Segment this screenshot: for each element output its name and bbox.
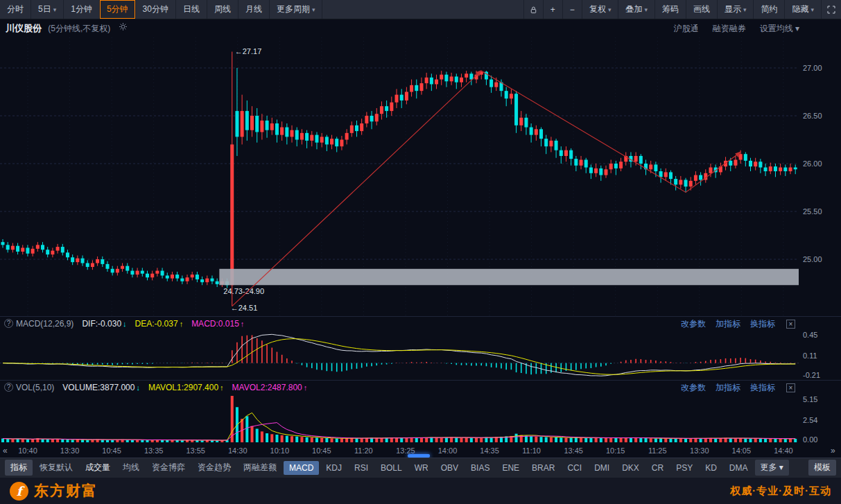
indicator-tab-dmi[interactable]: DMI [589,461,615,475]
indicator-tab-fund-game[interactable]: 资金博弈 [146,460,191,476]
change-indicator-link[interactable]: 换指标 [750,318,775,330]
indicator-tab-obv[interactable]: OBV [435,461,464,475]
arrow-up-icon: ↑ [304,383,308,392]
toolbar-button-overlay[interactable]: 叠加▾ [618,0,654,19]
vol-reading: MAVOL1:2907.400 [148,383,218,392]
scroll-right-arrow[interactable]: » [831,446,835,455]
help-icon[interactable]: ? [4,383,13,392]
period-tab-daily[interactable]: 日线 [176,0,207,19]
close-icon[interactable]: × [786,383,795,392]
time-label: 11:10 [522,446,541,455]
indicator-tab-margin-diff[interactable]: 两融差额 [238,460,282,476]
time-label: 13:55 [186,446,205,455]
toolbar-button-label: + [550,5,555,15]
macd-reading: DIF:-0.030 [82,319,121,329]
macd-reading: MACD:0.015 [191,319,239,329]
toolbar-button-zoom-out[interactable]: − [562,0,582,19]
toolbar-button-label: 显示 [725,3,741,15]
indicator-tab-dkx[interactable]: DKX [616,461,645,475]
period-tab-label: 分时 [7,3,24,15]
svg-text:0.11: 0.11 [803,351,817,360]
indicator-tab-restore-default[interactable]: 恢复默认 [34,460,78,476]
period-tab-one-min[interactable]: 1分钟 [64,0,100,19]
modify-params-link[interactable]: 改参数 [681,382,706,394]
macd-chart[interactable]: 0.450.11-0.21 [0,329,841,381]
vol-header-actions: 改参数加指标换指标× [681,382,795,394]
svg-text:-0.21: -0.21 [803,371,820,379]
svg-text:25.50: 25.50 [803,207,822,216]
svg-text:27.00: 27.00 [803,64,822,72]
indicator-tab-kdj[interactable]: KDJ [320,461,347,475]
time-label: 14:05 [732,446,752,455]
time-label: 11:20 [354,446,373,455]
modify-params-link[interactable]: 改参数 [681,318,706,330]
period-tab-five-day[interactable]: 5日▾ [31,0,64,19]
toolbar-button-hide[interactable]: 隐藏▾ [784,0,821,19]
indicator-tab-ma[interactable]: 均线 [117,460,145,476]
indicator-tab-cci[interactable]: CCI [562,461,587,475]
volume-panel-header: ?VOL(5,10)VOLUME:3877.000↓MAVOL1:2907.40… [0,381,841,393]
chevron-down-icon: ▾ [743,6,747,13]
indicator-tab-template[interactable]: 模板 [808,460,836,476]
period-tab-five-min[interactable]: 5分钟 [100,0,136,19]
macd-header-actions: 改参数加指标换指标× [681,318,795,330]
indicator-tab-indicator[interactable]: 指标 [5,460,33,476]
chevron-down-icon: ▾ [312,6,315,13]
indicator-tab-bias[interactable]: BIAS [465,461,495,475]
indicator-tab-cr[interactable]: CR [646,461,669,475]
indicator-tab-fund-trend[interactable]: 资金趋势 [192,460,236,476]
subheader-link-ma-settings[interactable]: 设置均线 ▾ [760,24,799,33]
indicator-tab-ene[interactable]: ENE [496,461,525,475]
period-tab-label: 周线 [214,3,231,15]
indicator-tab-brar[interactable]: BRAR [526,461,560,475]
indicator-tab-boll[interactable]: BOLL [375,461,408,475]
indicator-tab-kd[interactable]: KD [700,461,722,475]
period-tab-weekly[interactable]: 周线 [207,0,239,19]
time-label: 13:30 [60,446,80,455]
subheader-link-margin-trading[interactable]: 融资融券 [713,24,746,33]
scroll-left-arrow[interactable]: « [3,446,8,455]
subheader-link-shanghai-connect[interactable]: 沪股通 [674,24,699,33]
indicator-tab-dma[interactable]: DMA [724,461,754,475]
macd-title: MACD(12,26,9) [16,319,73,329]
chart-mode-label: (5分钟线,不复权) [48,24,110,33]
candlestick-chart[interactable]: 27.0026.5026.0025.5025.0024.73-24.90←27.… [0,37,841,316]
toolbar-button-label: − [570,5,575,15]
indicator-tab-volume[interactable]: 成交量 [80,460,116,476]
time-label: 10:10 [270,446,290,455]
indicator-tab-psy[interactable]: PSY [670,461,698,475]
period-tab-label: 5日 [38,3,51,15]
period-tab-more-periods[interactable]: 更多周期▾ [270,0,323,19]
toolbar-button-display[interactable]: 显示▾ [717,0,754,19]
indicator-tab-rsi[interactable]: RSI [349,461,374,475]
chart-subheader: 川仪股份 (5分钟线,不复权) 沪股通融资融券设置均线 ▾ [0,19,841,37]
help-icon[interactable]: ? [4,319,13,328]
period-tab-thirty-min[interactable]: 30分钟 [136,0,176,19]
indicator-tab-wr[interactable]: WR [409,461,434,475]
toolbar-button-adjust[interactable]: 复权▾ [582,0,618,19]
time-label: 14:35 [480,446,499,455]
gear-icon[interactable] [119,22,128,31]
period-tab-label: 月线 [245,3,262,15]
change-indicator-link[interactable]: 换指标 [750,382,775,394]
period-tab-timeline[interactable]: 分时 [0,0,31,19]
toolbar-button-simple[interactable]: 简约 [753,0,784,19]
lock-icon[interactable] [523,0,543,19]
volume-chart[interactable]: 5.152.540.00 [0,393,841,445]
toolbar-button-label: 隐藏 [792,3,808,15]
vol-title: VOL(5,10) [16,383,54,392]
period-tab-monthly[interactable]: 月线 [239,0,270,19]
toolbar-button-zoom-in[interactable]: + [543,0,562,19]
fullscreen-icon[interactable] [821,0,841,19]
close-icon[interactable]: × [786,320,795,329]
time-label: 10:40 [18,446,37,455]
toolbar-button-draw-line[interactable]: 画线 [686,0,717,19]
toolbar-button-chips[interactable]: 筹码 [654,0,686,19]
indicator-tab-more[interactable]: 更多 ▾ [755,460,789,476]
svg-text:25.00: 25.00 [803,255,822,263]
add-indicator-link[interactable]: 加指标 [716,382,740,394]
stock-name: 川仪股份 [6,23,42,33]
period-tab-label: 1分钟 [71,3,92,15]
indicator-tab-macd[interactable]: MACD [284,461,319,475]
add-indicator-link[interactable]: 加指标 [716,318,740,330]
